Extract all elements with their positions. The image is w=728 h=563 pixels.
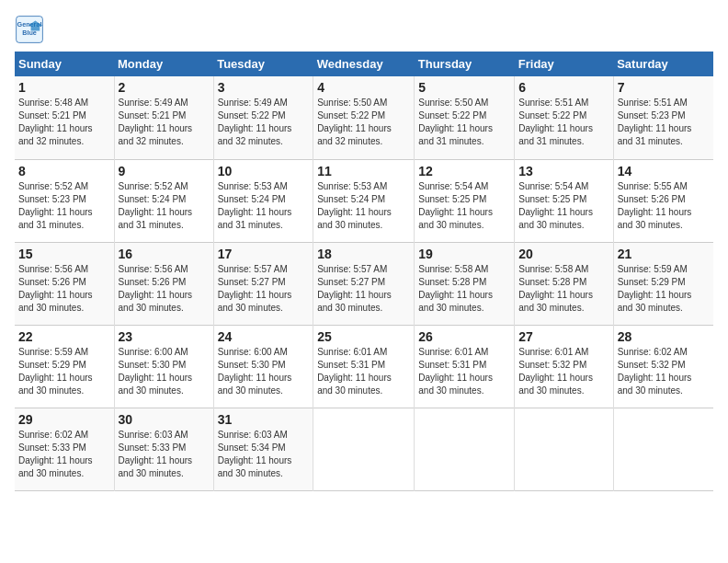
day-info: Sunrise: 5:58 AM Sunset: 5:28 PM Dayligh…	[518, 263, 609, 315]
calendar-cell: 6Sunrise: 5:51 AM Sunset: 5:22 PM Daylig…	[515, 76, 613, 159]
day-number: 10	[218, 164, 309, 178]
day-number: 11	[317, 164, 410, 178]
day-number: 15	[18, 247, 110, 261]
day-info: Sunrise: 6:01 AM Sunset: 5:32 PM Dayligh…	[518, 346, 609, 397]
calendar-cell: 7Sunrise: 5:51 AM Sunset: 5:23 PM Daylig…	[613, 76, 713, 159]
calendar-body: 1Sunrise: 5:48 AM Sunset: 5:21 PM Daylig…	[15, 76, 713, 490]
day-info: Sunrise: 6:01 AM Sunset: 5:31 PM Dayligh…	[317, 346, 410, 397]
day-number: 29	[18, 412, 110, 427]
calendar-cell: 28Sunrise: 6:02 AM Sunset: 5:32 PM Dayli…	[613, 325, 713, 408]
day-info: Sunrise: 5:51 AM Sunset: 5:22 PM Dayligh…	[518, 97, 609, 148]
day-number: 27	[518, 329, 609, 344]
logo: General Blue	[15, 15, 48, 44]
header-sunday: Sunday	[15, 52, 114, 76]
day-info: Sunrise: 6:01 AM Sunset: 5:31 PM Dayligh…	[418, 346, 510, 397]
day-info: Sunrise: 5:56 AM Sunset: 5:26 PM Dayligh…	[119, 263, 210, 315]
day-info: Sunrise: 5:57 AM Sunset: 5:27 PM Dayligh…	[218, 263, 309, 315]
calendar-cell: 15Sunrise: 5:56 AM Sunset: 5:26 PM Dayli…	[15, 242, 114, 325]
page-header: General Blue	[15, 15, 713, 44]
day-info: Sunrise: 5:53 AM Sunset: 5:24 PM Dayligh…	[317, 180, 410, 232]
calendar-cell: 19Sunrise: 5:58 AM Sunset: 5:28 PM Dayli…	[415, 242, 515, 325]
day-info: Sunrise: 5:53 AM Sunset: 5:24 PM Dayligh…	[218, 180, 309, 232]
calendar-week-3: 15Sunrise: 5:56 AM Sunset: 5:26 PM Dayli…	[15, 242, 713, 325]
day-number: 30	[119, 412, 210, 427]
calendar-header: Sunday Monday Tuesday Wednesday Thursday…	[15, 52, 713, 76]
day-info: Sunrise: 6:03 AM Sunset: 5:33 PM Dayligh…	[119, 429, 210, 480]
calendar-cell: 21Sunrise: 5:59 AM Sunset: 5:29 PM Dayli…	[613, 242, 713, 325]
calendar-cell: 8Sunrise: 5:52 AM Sunset: 5:23 PM Daylig…	[15, 159, 114, 242]
header-friday: Friday	[515, 52, 613, 76]
day-info: Sunrise: 5:54 AM Sunset: 5:25 PM Dayligh…	[518, 180, 609, 232]
calendar-cell: 11Sunrise: 5:53 AM Sunset: 5:24 PM Dayli…	[313, 159, 415, 242]
day-number: 9	[119, 164, 210, 178]
day-info: Sunrise: 5:57 AM Sunset: 5:27 PM Dayligh…	[317, 263, 410, 315]
day-number: 16	[119, 247, 210, 261]
day-number: 13	[518, 164, 609, 178]
calendar-cell: 4Sunrise: 5:50 AM Sunset: 5:22 PM Daylig…	[313, 76, 415, 159]
day-number: 6	[518, 80, 609, 95]
day-info: Sunrise: 5:54 AM Sunset: 5:25 PM Dayligh…	[418, 180, 510, 232]
day-number: 31	[218, 412, 309, 427]
day-number: 7	[618, 80, 710, 95]
day-info: Sunrise: 5:50 AM Sunset: 5:22 PM Dayligh…	[317, 97, 410, 148]
day-info: Sunrise: 5:52 AM Sunset: 5:24 PM Dayligh…	[119, 180, 210, 232]
day-number: 8	[18, 164, 110, 178]
day-info: Sunrise: 5:51 AM Sunset: 5:23 PM Dayligh…	[618, 97, 710, 148]
calendar-cell: 14Sunrise: 5:55 AM Sunset: 5:26 PM Dayli…	[613, 159, 713, 242]
day-number: 21	[618, 247, 710, 261]
calendar-cell: 25Sunrise: 6:01 AM Sunset: 5:31 PM Dayli…	[313, 325, 415, 408]
day-info: Sunrise: 5:56 AM Sunset: 5:26 PM Dayligh…	[18, 263, 110, 315]
header-row: Sunday Monday Tuesday Wednesday Thursday…	[15, 52, 713, 76]
calendar-cell: 22Sunrise: 5:59 AM Sunset: 5:29 PM Dayli…	[15, 325, 114, 408]
day-info: Sunrise: 6:02 AM Sunset: 5:33 PM Dayligh…	[18, 429, 110, 480]
logo-icon: General Blue	[15, 15, 44, 44]
day-number: 28	[618, 329, 710, 344]
day-number: 24	[218, 329, 309, 344]
day-info: Sunrise: 6:02 AM Sunset: 5:32 PM Dayligh…	[618, 346, 710, 397]
calendar-cell: 10Sunrise: 5:53 AM Sunset: 5:24 PM Dayli…	[213, 159, 313, 242]
calendar-cell: 24Sunrise: 6:00 AM Sunset: 5:30 PM Dayli…	[213, 325, 313, 408]
calendar-week-2: 8Sunrise: 5:52 AM Sunset: 5:23 PM Daylig…	[15, 159, 713, 242]
calendar-cell: 5Sunrise: 5:50 AM Sunset: 5:22 PM Daylig…	[415, 76, 515, 159]
day-number: 1	[18, 80, 110, 95]
calendar-cell: 23Sunrise: 6:00 AM Sunset: 5:30 PM Dayli…	[114, 325, 213, 408]
day-number: 5	[418, 80, 510, 95]
day-info: Sunrise: 6:03 AM Sunset: 5:34 PM Dayligh…	[218, 429, 309, 480]
calendar-cell: 3Sunrise: 5:49 AM Sunset: 5:22 PM Daylig…	[213, 76, 313, 159]
calendar-cell: 18Sunrise: 5:57 AM Sunset: 5:27 PM Dayli…	[313, 242, 415, 325]
calendar-week-5: 29Sunrise: 6:02 AM Sunset: 5:33 PM Dayli…	[15, 408, 713, 490]
calendar-cell: 16Sunrise: 5:56 AM Sunset: 5:26 PM Dayli…	[114, 242, 213, 325]
day-info: Sunrise: 5:49 AM Sunset: 5:21 PM Dayligh…	[119, 97, 210, 148]
day-info: Sunrise: 5:59 AM Sunset: 5:29 PM Dayligh…	[618, 263, 710, 315]
day-info: Sunrise: 5:58 AM Sunset: 5:28 PM Dayligh…	[418, 263, 510, 315]
calendar-cell: 9Sunrise: 5:52 AM Sunset: 5:24 PM Daylig…	[114, 159, 213, 242]
calendar-cell: 27Sunrise: 6:01 AM Sunset: 5:32 PM Dayli…	[515, 325, 613, 408]
day-number: 26	[418, 329, 510, 344]
header-saturday: Saturday	[613, 52, 713, 76]
day-number: 12	[418, 164, 510, 178]
calendar-cell: 31Sunrise: 6:03 AM Sunset: 5:34 PM Dayli…	[213, 408, 313, 490]
header-tuesday: Tuesday	[213, 52, 313, 76]
calendar-cell: 26Sunrise: 6:01 AM Sunset: 5:31 PM Dayli…	[415, 325, 515, 408]
calendar-week-1: 1Sunrise: 5:48 AM Sunset: 5:21 PM Daylig…	[15, 76, 713, 159]
day-number: 19	[418, 247, 510, 261]
day-info: Sunrise: 6:00 AM Sunset: 5:30 PM Dayligh…	[119, 346, 210, 397]
header-wednesday: Wednesday	[313, 52, 415, 76]
calendar-cell	[415, 408, 515, 490]
day-info: Sunrise: 5:59 AM Sunset: 5:29 PM Dayligh…	[18, 346, 110, 397]
calendar-cell: 20Sunrise: 5:58 AM Sunset: 5:28 PM Dayli…	[515, 242, 613, 325]
calendar-cell: 1Sunrise: 5:48 AM Sunset: 5:21 PM Daylig…	[15, 76, 114, 159]
day-number: 18	[317, 247, 410, 261]
day-number: 17	[218, 247, 309, 261]
day-number: 2	[119, 80, 210, 95]
calendar-cell: 13Sunrise: 5:54 AM Sunset: 5:25 PM Dayli…	[515, 159, 613, 242]
day-number: 14	[618, 164, 710, 178]
day-number: 23	[119, 329, 210, 344]
day-info: Sunrise: 5:48 AM Sunset: 5:21 PM Dayligh…	[18, 97, 110, 148]
calendar-cell: 12Sunrise: 5:54 AM Sunset: 5:25 PM Dayli…	[415, 159, 515, 242]
calendar-cell	[313, 408, 415, 490]
day-info: Sunrise: 5:55 AM Sunset: 5:26 PM Dayligh…	[618, 180, 710, 232]
day-info: Sunrise: 5:49 AM Sunset: 5:22 PM Dayligh…	[218, 97, 309, 148]
calendar-cell: 29Sunrise: 6:02 AM Sunset: 5:33 PM Dayli…	[15, 408, 114, 490]
calendar-cell: 2Sunrise: 5:49 AM Sunset: 5:21 PM Daylig…	[114, 76, 213, 159]
